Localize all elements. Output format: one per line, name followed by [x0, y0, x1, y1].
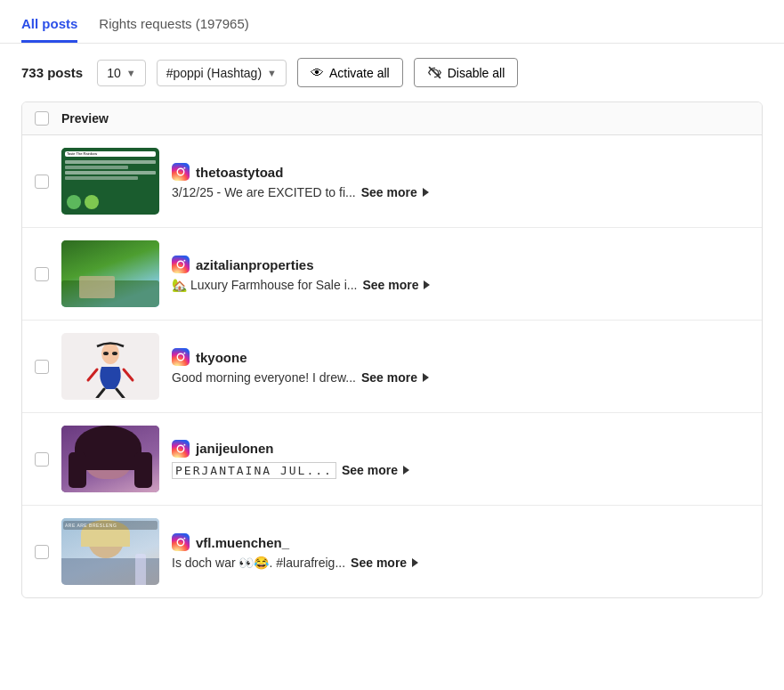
table-row: janijeulonen PERJANTAINA JUL... See more [22, 413, 762, 506]
see-more-link[interactable]: See more [361, 185, 429, 199]
per-page-value: 10 [107, 66, 121, 80]
post-account: tkyoone [172, 348, 749, 366]
post-text: 3/12/25 - We are EXCITED to fi... See mo… [172, 185, 749, 199]
post-thumbnail: ARE ARE BRESLENG [61, 518, 159, 585]
activate-all-button[interactable]: 👁 Activate all [297, 58, 403, 87]
account-name: janijeulonen [196, 441, 274, 456]
eye-icon: 👁 [311, 65, 324, 80]
filter-dropdown[interactable]: #poppi (Hashtag) ▼ [157, 60, 287, 86]
see-more-link[interactable]: See more [362, 278, 430, 292]
post-text: PERJANTAINA JUL... See more [172, 462, 749, 479]
post-info: tkyoone Good morning everyone! I drew...… [172, 348, 749, 385]
svg-rect-0 [172, 163, 190, 181]
table-row: ARE ARE BRESLENG [22, 506, 762, 597]
chevron-down-icon: ▼ [267, 68, 277, 78]
post-preview-text: PERJANTAINA JUL... [172, 462, 336, 479]
posts-table: Preview Taste The Rainbow [21, 101, 763, 598]
svg-point-8 [112, 352, 117, 355]
see-more-link[interactable]: See more [342, 463, 409, 477]
tabs-bar: All posts Rights requests (197965) [0, 0, 784, 44]
post-account: janijeulonen [172, 440, 749, 458]
arrow-icon [423, 373, 429, 382]
svg-point-14 [183, 443, 185, 445]
svg-point-2 [183, 167, 185, 169]
post-thumbnail [61, 333, 159, 400]
arrow-icon [424, 280, 430, 289]
table-row: Taste The Rainbow [22, 135, 762, 228]
disable-all-button[interactable]: Disable all [414, 58, 519, 87]
row-checkbox[interactable] [35, 360, 49, 374]
post-preview-text: 3/12/25 - We are EXCITED to fi... [172, 185, 356, 199]
row-checkbox[interactable] [35, 267, 49, 281]
svg-rect-15 [172, 533, 190, 551]
post-text: Good morning everyone! I drew... See mor… [172, 370, 749, 385]
row-checkbox[interactable] [35, 175, 49, 189]
activate-all-label: Activate all [329, 66, 390, 80]
select-all-checkbox[interactable] [35, 111, 49, 126]
post-count: 733 posts [21, 65, 83, 80]
arrow-icon [412, 558, 418, 567]
no-eye-icon [427, 65, 442, 80]
post-preview-text: 🏡 Luxury Farmhouse for Sale i... [172, 278, 357, 292]
svg-point-7 [103, 352, 109, 355]
post-info: vfl.muenchen_ Is doch war 👀😂. #laurafrei… [172, 533, 749, 570]
instagram-icon [172, 440, 190, 458]
post-text: Is doch war 👀😂. #laurafreig... See more [172, 556, 749, 570]
arrow-icon [423, 188, 429, 197]
tab-rights-requests[interactable]: Rights requests (197965) [99, 16, 248, 43]
preview-column-header: Preview [61, 111, 109, 126]
svg-point-17 [183, 538, 185, 540]
table-row: tkyoone Good morning everyone! I drew...… [22, 321, 762, 413]
post-preview-text: Good morning everyone! I drew... [172, 370, 356, 385]
svg-point-5 [183, 260, 185, 262]
post-info: azitalianproperties 🏡 Luxury Farmhouse f… [172, 256, 749, 292]
see-more-link[interactable]: See more [361, 370, 429, 385]
account-name: azitalianproperties [196, 257, 314, 272]
row-checkbox[interactable] [35, 545, 49, 559]
tab-all-posts[interactable]: All posts [21, 16, 77, 43]
instagram-icon [172, 348, 190, 366]
post-thumbnail [61, 426, 159, 492]
post-info: thetoastytoad 3/12/25 - We are EXCITED t… [172, 163, 749, 199]
post-thumbnail: Taste The Rainbow [61, 148, 159, 215]
account-name: vfl.muenchen_ [196, 535, 289, 550]
post-account: vfl.muenchen_ [172, 533, 749, 551]
svg-rect-12 [172, 440, 190, 458]
row-checkbox[interactable] [35, 452, 49, 467]
account-name: tkyoone [196, 350, 247, 365]
chevron-down-icon: ▼ [126, 68, 136, 78]
instagram-icon [172, 256, 190, 273]
svg-rect-3 [172, 256, 190, 273]
instagram-icon [172, 533, 190, 551]
svg-rect-9 [172, 348, 190, 366]
toolbar: 733 posts 10 ▼ #poppi (Hashtag) ▼ 👁 Acti… [0, 44, 784, 101]
see-more-link[interactable]: See more [351, 556, 418, 570]
table-row: azitalianproperties 🏡 Luxury Farmhouse f… [22, 228, 762, 321]
post-text: 🏡 Luxury Farmhouse for Sale i... See mor… [172, 278, 749, 292]
arrow-icon [403, 466, 409, 475]
per-page-dropdown[interactable]: 10 ▼ [97, 60, 145, 86]
post-account: thetoastytoad [172, 163, 749, 181]
post-account: azitalianproperties [172, 256, 749, 273]
svg-point-11 [183, 353, 185, 354]
post-info: janijeulonen PERJANTAINA JUL... See more [172, 440, 749, 479]
post-preview-text: Is doch war 👀😂. #laurafreig... [172, 556, 345, 570]
disable-all-label: Disable all [448, 66, 505, 80]
filter-value: #poppi (Hashtag) [166, 66, 262, 80]
table-header: Preview [22, 102, 762, 135]
instagram-icon [172, 163, 190, 181]
post-thumbnail [61, 240, 159, 307]
account-name: thetoastytoad [196, 165, 283, 180]
